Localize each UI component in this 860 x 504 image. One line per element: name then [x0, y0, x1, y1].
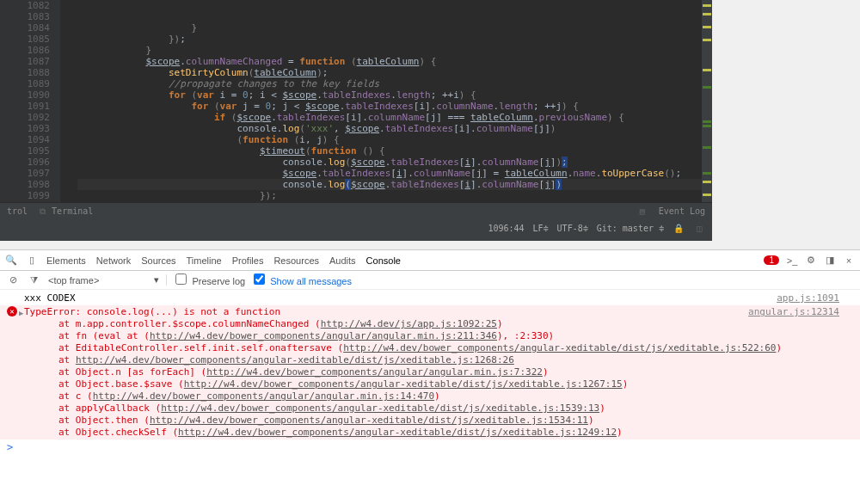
- stack-frame: at http://w4.dev/bower_components/angula…: [58, 354, 839, 366]
- stack-link[interactable]: http://w4.dev/bower_components/angular-x…: [178, 427, 617, 438]
- source-link[interactable]: angular.js:12314: [748, 306, 839, 318]
- git-branch[interactable]: Git: master ≑: [597, 224, 664, 233]
- caret-position: 1096:44: [488, 224, 524, 233]
- stack-link[interactable]: http://w4.dev/bower_components/angular/a…: [206, 366, 543, 378]
- disclosure-triangle-icon[interactable]: ▶: [19, 307, 23, 319]
- stack-link[interactable]: http://w4.dev/bower_components/angular-x…: [343, 342, 776, 353]
- tab-sources[interactable]: Sources: [141, 255, 175, 266]
- filter-icon[interactable]: ⧩: [28, 274, 40, 286]
- stack-frame: at m.app.controller.$scope.columnNameCha…: [58, 318, 839, 330]
- tab-profiles[interactable]: Profiles: [232, 255, 264, 266]
- tab-console[interactable]: Console: [366, 255, 401, 266]
- close-icon[interactable]: ×: [843, 255, 855, 267]
- stack-frame: at Object.checkSelf (http://w4.dev/bower…: [58, 427, 839, 439]
- event-log-button[interactable]: Event Log: [659, 206, 705, 216]
- devtools-tab-bar: 🔍 ▯ ElementsNetworkSourcesTimelineProfil…: [0, 250, 860, 271]
- event-log-icon[interactable]: ▤: [636, 206, 648, 218]
- source-link[interactable]: app.js:1091: [777, 292, 839, 304]
- stack-frame: at fn (eval at (http://w4.dev/bower_comp…: [58, 330, 839, 342]
- stack-frame: at Object.then (http://w4.dev/bower_comp…: [58, 415, 839, 427]
- show-all-messages-checkbox[interactable]: Show all messages: [254, 274, 352, 286]
- console-prompt[interactable]: >: [0, 439, 860, 455]
- stack-link[interactable]: http://w4.dev/bower_components/angular/a…: [93, 390, 434, 402]
- tab-network[interactable]: Network: [96, 255, 131, 266]
- stack-link[interactable]: http://w4.dev/bower_components/angular-x…: [161, 403, 599, 414]
- preserve-log-checkbox[interactable]: Preserve log: [175, 274, 245, 286]
- ide-editor-panel: 1082108310841085108610871088108910901091…: [0, 0, 712, 241]
- stack-link[interactable]: http://w4.dev/bower_components/angular/a…: [150, 330, 497, 341]
- terminal-icon[interactable]: ⧉: [36, 206, 48, 218]
- line-number-gutter[interactable]: 1082108310841085108610871088108910901091…: [0, 0, 60, 202]
- dock-icon[interactable]: ◨: [824, 255, 836, 267]
- console-error-entry: ✕ ▶ angular.js:12314 TypeError: console.…: [0, 305, 860, 439]
- stack-frame: at EditableController.self.init.self.ona…: [58, 342, 839, 354]
- tab-timeline[interactable]: Timeline: [187, 255, 222, 266]
- error-icon: ✕: [7, 306, 17, 317]
- console-drawer-icon[interactable]: >_: [786, 255, 798, 267]
- stack-frame: at Object.n [as forEach] (http://w4.dev/…: [58, 366, 839, 378]
- stack-frame: at c (http://w4.dev/bower_components/ang…: [58, 390, 839, 403]
- lock-icon[interactable]: 🔒: [673, 222, 685, 234]
- marker-stripe[interactable]: [702, 0, 712, 202]
- inspect-icon[interactable]: ◫: [693, 222, 705, 234]
- console-output[interactable]: app.js:1091 xxx CODEX ✕ ▶ angular.js:123…: [0, 290, 860, 496]
- device-icon[interactable]: ▯: [26, 255, 38, 267]
- frame-selector[interactable]: <top frame> ▾: [48, 274, 167, 286]
- line-separator[interactable]: LF≑: [533, 224, 549, 233]
- tab-audits[interactable]: Audits: [329, 255, 356, 266]
- search-icon[interactable]: 🔍: [5, 255, 17, 267]
- tab-elements[interactable]: Elements: [46, 255, 86, 266]
- error-count-badge[interactable]: 1: [764, 255, 779, 265]
- settings-gear-icon[interactable]: ⚙: [805, 255, 817, 267]
- chevron-down-icon: ▾: [154, 274, 159, 286]
- stack-link[interactable]: http://w4.dev/bower_components/angular-x…: [184, 378, 623, 390]
- stack-link[interactable]: http://w4.dev/js/app.js:1092:25: [321, 318, 497, 329]
- terminal-button[interactable]: Terminal: [52, 206, 93, 216]
- console-filter-bar: ⊘ ⧩ <top frame> ▾ Preserve log Show all …: [0, 271, 860, 290]
- tab-resources[interactable]: Resources: [273, 255, 319, 266]
- code-editor[interactable]: } }); } $scope.columnNameChanged = funct…: [60, 0, 712, 202]
- devtools-panel: 🔍 ▯ ElementsNetworkSourcesTimelineProfil…: [0, 249, 860, 504]
- stack-link[interactable]: http://w4.dev/bower_components/angular-x…: [76, 354, 514, 366]
- tool-window-btn[interactable]: trol: [7, 206, 28, 216]
- ide-bottom-toolbar: trol ⧉ Terminal ▤ Event Log: [0, 202, 712, 219]
- ide-status-bar: 1096:44 LF≑ UTF-8≑ Git: master ≑ 🔒 ◫: [0, 219, 712, 237]
- stack-frame: at Object.base.$save (http://w4.dev/bowe…: [58, 378, 839, 390]
- file-encoding[interactable]: UTF-8≑: [557, 224, 588, 233]
- stack-link[interactable]: http://w4.dev/bower_components/angular-x…: [150, 415, 588, 426]
- console-log-entry: app.js:1091 xxx CODEX: [0, 292, 860, 305]
- clear-console-icon[interactable]: ⊘: [7, 274, 19, 286]
- stack-frame: at applyCallback (http://w4.dev/bower_co…: [58, 403, 839, 415]
